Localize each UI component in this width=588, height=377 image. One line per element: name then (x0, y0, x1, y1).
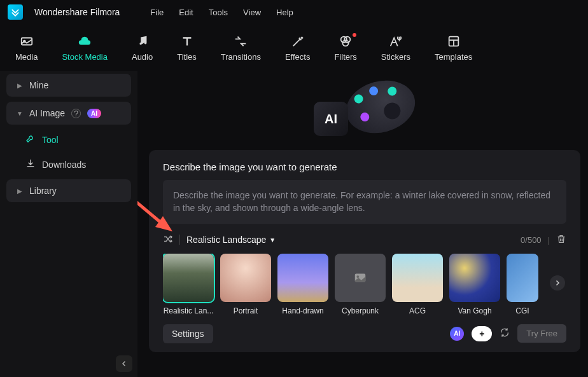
style-cyberpunk[interactable]: Cyberpunk (335, 254, 386, 315)
panel-footer: Settings AI + Try Free (163, 324, 566, 343)
divider (179, 235, 180, 245)
tab-label: Audio (132, 52, 153, 62)
style-label: Hand-drawn (282, 306, 323, 315)
templates-icon (447, 34, 461, 48)
sidebar-item-downloads[interactable]: Downloads (0, 152, 137, 177)
sidebar-label: Tool (42, 135, 59, 145)
style-portrait[interactable]: Portrait (220, 254, 271, 315)
settings-button[interactable]: Settings (163, 324, 213, 343)
tab-filters[interactable]: Filters (328, 31, 363, 65)
download-icon (25, 158, 36, 170)
style-acg[interactable]: ACG (392, 254, 443, 315)
style-label: Realistic Lan... (164, 306, 214, 315)
add-button[interactable]: + (472, 326, 492, 341)
chevron-down-icon: ▼ (269, 236, 276, 243)
divider: | (548, 235, 550, 245)
ai-badge-icon: AI (450, 327, 464, 341)
app-logo-icon (8, 4, 23, 20)
help-icon[interactable]: ? (71, 109, 81, 118)
tab-transitions[interactable]: Transitions (214, 31, 267, 65)
style-dropdown-label: Realistic Landscape (186, 235, 266, 245)
style-hand-drawn[interactable]: Hand-drawn (277, 254, 328, 315)
tab-label: Stickers (381, 52, 410, 62)
palette-icon (340, 73, 421, 141)
app-title: Wondershare Filmora (34, 7, 120, 17)
sidebar-label: AI Image (29, 108, 65, 118)
menu-view[interactable]: View (243, 8, 261, 17)
filters-icon (339, 34, 353, 48)
next-styles-button[interactable] (550, 275, 565, 291)
text-icon (180, 34, 194, 48)
ai-image-panel: Describe the image you want to generate … (149, 150, 580, 352)
style-thumb (163, 254, 214, 302)
style-thumb (335, 254, 386, 302)
tab-audio[interactable]: Audio (125, 31, 159, 65)
style-thumb (449, 254, 500, 302)
tab-templates[interactable]: Templates (428, 31, 479, 65)
style-van-gogh[interactable]: Van Gogh (449, 254, 500, 315)
chevron-down-icon: ▼ (17, 110, 23, 117)
style-label: Portrait (234, 306, 258, 315)
sidebar-label: Downloads (42, 160, 86, 170)
shuffle-icon[interactable] (163, 234, 173, 246)
style-thumb (277, 254, 328, 302)
sidebar-item-mine[interactable]: ▶ Mine (6, 74, 131, 97)
content-area: AI Describe the image you want to genera… (137, 71, 588, 377)
tab-stock-media[interactable]: Stock Media (55, 31, 114, 65)
titlebar: Wondershare Filmora File Edit Tools View… (0, 0, 588, 24)
menu-file[interactable]: File (150, 8, 164, 17)
collapse-sidebar-button[interactable] (116, 355, 132, 372)
tab-effects[interactable]: Effects (279, 31, 317, 65)
style-label: Cyberpunk (342, 306, 379, 315)
styles-strip: Realistic Lan... Portrait Hand-drawn Cyb… (163, 254, 566, 315)
svg-point-4 (343, 40, 349, 46)
tab-titles[interactable]: Titles (171, 31, 203, 65)
menu-edit[interactable]: Edit (179, 8, 193, 17)
tab-stickers[interactable]: Stickers (375, 31, 417, 65)
tab-label: Templates (435, 52, 472, 62)
try-free-button[interactable]: Try Free (517, 324, 566, 343)
sidebar-item-library[interactable]: ▶ Library (6, 179, 131, 202)
ai-tile-icon: AI (314, 102, 348, 136)
menu-help[interactable]: Help (276, 8, 293, 17)
menu-tools[interactable]: Tools (209, 8, 228, 17)
style-thumb (507, 254, 538, 302)
tab-label: Titles (177, 52, 197, 62)
menubar: File Edit Tools View Help (150, 8, 293, 17)
char-counter: 0/500 | (521, 234, 566, 246)
toolbar: Media Stock Media Audio Titles Transitio… (0, 24, 588, 71)
ai-badge: AI (87, 109, 101, 118)
hero-graphic: AI (149, 71, 580, 150)
style-label: ACG (409, 306, 426, 315)
transitions-icon (234, 34, 248, 48)
music-icon (136, 34, 150, 48)
style-dropdown[interactable]: Realistic Landscape ▼ (186, 235, 276, 245)
sticker-icon (389, 34, 403, 48)
trash-icon[interactable] (556, 234, 566, 246)
sidebar-item-tool[interactable]: Tool (0, 127, 137, 152)
tab-label: Media (15, 52, 38, 62)
style-label: Van Gogh (458, 306, 491, 315)
sidebar: ▶ Mine ▼ AI Image ? AI Tool Downloads ▶ … (0, 71, 137, 377)
media-icon (20, 34, 34, 48)
style-label: CGI (515, 306, 529, 315)
chevron-right-icon: ▶ (17, 188, 23, 195)
sidebar-label: Mine (29, 80, 48, 90)
sidebar-item-ai-image[interactable]: ▼ AI Image ? AI (6, 102, 131, 125)
panel-title: Describe the image you want to generate (163, 161, 566, 172)
sidebar-label: Library (29, 186, 57, 196)
tab-label: Filters (334, 52, 356, 62)
style-thumb (220, 254, 271, 302)
prompt-input[interactable]: Describe the image you want to generate.… (163, 180, 566, 224)
style-realistic-landscape[interactable]: Realistic Lan... (163, 254, 214, 315)
chevron-right-icon: ▶ (17, 82, 23, 89)
tab-media[interactable]: Media (9, 31, 44, 65)
style-cgi[interactable]: CGI (507, 254, 538, 315)
tab-label: Stock Media (62, 52, 108, 62)
notification-dot-icon (353, 33, 356, 37)
refresh-icon[interactable] (500, 327, 510, 339)
cloud-icon (78, 34, 92, 48)
svg-point-7 (357, 275, 360, 278)
tab-label: Transitions (221, 52, 261, 62)
wand-icon (291, 34, 305, 48)
